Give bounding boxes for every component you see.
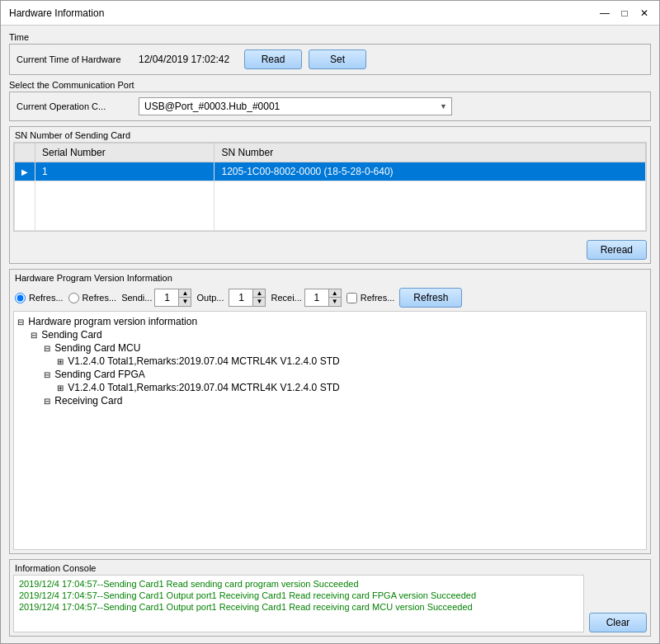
window-controls: — □ ✕ (598, 7, 651, 20)
refresh-checkbox[interactable] (346, 293, 357, 303)
fpga-version-expand-icon[interactable]: ⊞ (57, 383, 64, 393)
tree-fpga-version: ⊞ V1.2.4.0 Total1,Remarks:2019.07.04 MCT… (57, 381, 643, 394)
console-text: 2019/12/4 17:04:57--Sending Card1 Read s… (13, 575, 584, 632)
tree-root-label: Hardware program version information (28, 316, 197, 327)
row-indicator: ▶ (15, 162, 35, 181)
receiving-up-btn[interactable]: ▲ (329, 289, 341, 298)
sn-number-col-header: SN Number (214, 143, 646, 162)
tree-sending-card-mcu[interactable]: ⊟ Sending Card MCU (44, 341, 643, 355)
comm-port-section-label: Select the Communication Port (9, 80, 651, 90)
sending-input[interactable] (155, 289, 178, 306)
set-button[interactable]: Set (309, 49, 366, 69)
time-row: Current Time of Hardware 12/04/2019 17:0… (16, 49, 644, 69)
comm-port-section: Select the Communication Port Current Op… (9, 80, 651, 121)
close-button[interactable]: ✕ (638, 7, 651, 20)
radio-2-label: Refres... (82, 293, 117, 303)
comm-port-box: Current Operation C... USB@Port_#0003.Hu… (9, 92, 651, 121)
main-window: Hardware Information — □ ✕ Time Current … (0, 0, 660, 644)
receiving-spinner-buttons: ▲ ▼ (328, 289, 341, 306)
reread-button[interactable]: Reread (587, 240, 647, 260)
current-time-label: Current Time of Hardware (16, 54, 132, 64)
output-label: Outp... (196, 293, 226, 303)
time-section: Time Current Time of Hardware 12/04/2019… (9, 32, 651, 75)
read-button[interactable]: Read (244, 49, 302, 69)
minimize-button[interactable]: — (598, 7, 611, 20)
tree-level-3-mcu: ⊞ V1.2.4.0 Total1,Remarks:2019.07.04 MCT… (57, 355, 643, 368)
sn-table-container: Serial Number SN Number ▶ 1 1205-1C00-80… (13, 142, 647, 232)
refresh-checkbox-label: Refres... (361, 293, 395, 303)
comm-port-row: Current Operation C... USB@Port_#0003.Hu… (16, 97, 644, 115)
radio-refresh-2[interactable] (68, 293, 79, 303)
mcu-expand-icon[interactable]: ⊟ (44, 344, 50, 353)
serial-number-cell: 1 (35, 162, 214, 181)
refresh-checkbox-group: Refres... (346, 293, 395, 303)
tree-root[interactable]: ⊟ Hardware program version information (17, 315, 643, 328)
sn-number-cell: 1205-1C00-8002-0000 (18-5-28-0-640) (214, 162, 646, 181)
tree-level-2: ⊟ Sending Card MCU ⊞ V1.2.4.0 Total1,Rem… (44, 341, 643, 407)
clear-button[interactable]: Clear (589, 613, 647, 632)
sn-section-label: SN Number of Sending Card (10, 127, 650, 142)
output-up-btn[interactable]: ▲ (253, 289, 265, 298)
comm-port-field-label: Current Operation C... (16, 101, 132, 111)
refresh-button[interactable]: Refresh (399, 288, 462, 308)
serial-number-col-header: Serial Number (35, 143, 214, 162)
info-console-body: 2019/12/4 17:04:57--Sending Card1 Read s… (10, 575, 650, 636)
info-console-section: Information Console 2019/12/4 17:04:57--… (9, 559, 651, 637)
radio-1-label: Refres... (29, 293, 64, 303)
radio-group-2: Refres... (68, 293, 117, 303)
receiving-spinner: ▲ ▼ (304, 289, 342, 307)
reread-row: Reread (10, 237, 650, 263)
main-content: Time Current Time of Hardware 12/04/2019… (1, 26, 659, 643)
tree-level-1: ⊟ Sending Card ⊟ Sending Card MCU ⊞ V1.2… (31, 328, 643, 407)
indicator-col-header (15, 143, 35, 162)
sn-table: Serial Number SN Number ▶ 1 1205-1C00-80… (14, 143, 646, 231)
tree-sending-card-fpga[interactable]: ⊟ Sending Card FPGA (44, 368, 643, 381)
sending-card-expand-icon[interactable]: ⊟ (31, 331, 37, 340)
tree-sending-card-mcu-label: Sending Card MCU (54, 342, 140, 354)
mcu-version-expand-icon[interactable]: ⊞ (57, 357, 64, 366)
root-expand-icon[interactable]: ⊟ (17, 317, 24, 327)
hw-prog-controls: Refres... Refres... Sendi... ▲ ▼ (10, 284, 650, 311)
empty-row (15, 181, 646, 231)
tree-mcu-version: ⊞ V1.2.4.0 Total1,Remarks:2019.07.04 MCT… (57, 355, 643, 368)
table-row[interactable]: ▶ 1 1205-1C00-8002-0000 (18-5-28-0-640) (15, 162, 646, 181)
title-bar: Hardware Information — □ ✕ (1, 1, 659, 26)
sending-label: Sendi... (121, 293, 152, 303)
output-spinner-group: Outp... ▲ ▼ (196, 289, 266, 307)
comm-port-select-wrapper: USB@Port_#0003.Hub_#0001 (139, 97, 452, 115)
tree-level-3-fpga: ⊞ V1.2.4.0 Total1,Remarks:2019.07.04 MCT… (57, 381, 643, 394)
hw-prog-section: Hardware Program Version Information Ref… (9, 269, 651, 554)
hw-prog-section-label: Hardware Program Version Information (10, 270, 650, 284)
current-time-value: 12/04/2019 17:02:42 (139, 54, 238, 65)
console-actions: Clear (589, 575, 647, 632)
tree-sending-card-fpga-label: Sending Card FPGA (54, 369, 144, 380)
tree-receiving-card-label: Receiving Card (54, 395, 122, 407)
receiving-card-expand-icon[interactable]: ⊟ (44, 397, 50, 406)
receiving-input[interactable] (305, 289, 328, 306)
console-line-3: 2019/12/4 17:04:57--Sending Card1 Output… (19, 602, 578, 612)
output-input[interactable] (229, 289, 252, 306)
sn-section: SN Number of Sending Card Serial Number … (9, 126, 651, 264)
tree-container[interactable]: ⊟ Hardware program version information ⊟… (13, 311, 647, 550)
maximize-button[interactable]: □ (618, 7, 631, 20)
fpga-expand-icon[interactable]: ⊟ (44, 370, 50, 379)
receiving-spinner-group: Recei... ▲ ▼ (271, 289, 341, 307)
tree-receiving-card[interactable]: ⊟ Receiving Card (44, 394, 643, 407)
receiving-label: Recei... (271, 293, 301, 303)
output-spinner-buttons: ▲ ▼ (252, 289, 265, 306)
sending-spinner-buttons: ▲ ▼ (178, 289, 191, 306)
comm-port-dropdown[interactable]: USB@Port_#0003.Hub_#0001 (139, 97, 452, 115)
radio-group-1: Refres... (15, 293, 64, 303)
time-box: Current Time of Hardware 12/04/2019 17:0… (9, 44, 651, 75)
sending-down-btn[interactable]: ▼ (179, 298, 191, 306)
tree-sending-card[interactable]: ⊟ Sending Card (31, 328, 643, 341)
time-section-label: Time (9, 32, 651, 42)
receiving-down-btn[interactable]: ▼ (329, 298, 341, 306)
radio-refresh-1[interactable] (15, 293, 26, 303)
window-title: Hardware Information (9, 7, 104, 19)
tree-fpga-version-label: V1.2.4.0 Total1,Remarks:2019.07.04 MCTRL… (68, 382, 339, 393)
tree-mcu-version-label: V1.2.4.0 Total1,Remarks:2019.07.04 MCTRL… (68, 355, 339, 367)
output-down-btn[interactable]: ▼ (253, 298, 265, 306)
sending-up-btn[interactable]: ▲ (179, 289, 191, 298)
sending-spinner: ▲ ▼ (154, 289, 191, 307)
